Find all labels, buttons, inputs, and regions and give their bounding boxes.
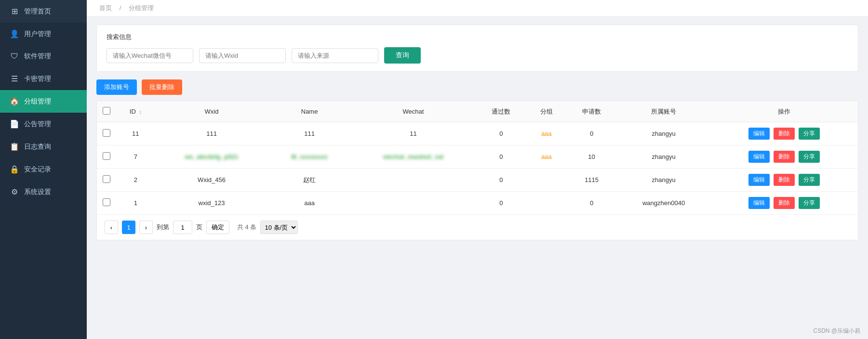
cell-name: 111 [268, 122, 350, 145]
next-page-button[interactable]: › [139, 221, 153, 234]
footer-watermark: CSDN @乐编小易 [813, 327, 860, 335]
row-checkbox-1[interactable] [103, 129, 110, 137]
search-box: 搜索信息 查询 [96, 25, 858, 72]
cell-ops: 编辑 删除 分享 [710, 169, 858, 192]
cell-ops: 编辑 删除 分享 [710, 145, 858, 169]
cell-wxid: Wxid_456 [155, 169, 268, 192]
cell-wxid: 111 [155, 122, 268, 145]
cell-account: zhangyu [617, 145, 710, 169]
table-row: 2 Wxid_456 赵红 0 1115 zhangyu 编辑 删除 分享 [97, 169, 858, 192]
cell-name: aaa [268, 192, 350, 215]
cell-pass-count: 0 [476, 192, 526, 215]
sidebar-item-dashboard[interactable]: ⊞ 管理首页 [0, 0, 87, 23]
security-icon: 🔒 [10, 165, 19, 174]
sidebar-label-security: 安全记录 [24, 165, 51, 174]
sidebar-item-announcements[interactable]: 📄 公告管理 [0, 113, 87, 135]
cell-name: 赵红 [268, 169, 350, 192]
cell-wxid-blurred: wx_abcdefg_p021 [155, 145, 268, 169]
sidebar-label-dashboard: 管理首页 [24, 7, 51, 16]
cell-apply-count: 10 [566, 145, 617, 169]
breadcrumb-home: 首页 [99, 4, 112, 12]
sidebar-item-security[interactable]: 🔒 安全记录 [0, 158, 87, 181]
cards-icon: ☰ [10, 74, 19, 83]
sidebar-item-logs[interactable]: 📋 日志查询 [0, 135, 87, 158]
breadcrumb-separator: / [120, 4, 121, 12]
cell-wechat [351, 169, 476, 192]
row-checkbox-3[interactable] [103, 175, 110, 183]
cell-id: 7 [116, 145, 155, 169]
groups-icon: 🏠 [10, 97, 19, 106]
select-all-checkbox[interactable] [103, 107, 110, 115]
row-checkbox-2[interactable] [103, 152, 110, 160]
cell-name-blurred: M_xxxxxxxx [268, 145, 350, 169]
cell-id: 2 [116, 169, 155, 192]
prev-page-button[interactable]: ‹ [105, 221, 118, 234]
delete-button-2[interactable]: 删除 [774, 151, 795, 163]
delete-button-4[interactable]: 删除 [774, 197, 795, 209]
breadcrumb-current: 分组管理 [129, 4, 154, 12]
cell-ops: 编辑 删除 分享 [710, 122, 858, 145]
col-group: 分组 [527, 101, 566, 122]
cell-wechat [351, 192, 476, 215]
delete-button-3[interactable]: 删除 [774, 174, 795, 186]
share-button-1[interactable]: 分享 [799, 128, 820, 140]
col-apply-count: 申请数 [566, 101, 617, 122]
cell-id: 11 [116, 122, 155, 145]
search-row: 查询 [107, 47, 848, 64]
share-button-3[interactable]: 分享 [799, 174, 820, 186]
query-button[interactable]: 查询 [384, 47, 421, 64]
edit-button-2[interactable]: 编辑 [748, 151, 770, 163]
sidebar-item-groups[interactable]: 🏠 分组管理 [0, 90, 87, 113]
col-id: ID ↕ [116, 101, 155, 122]
per-page-select[interactable]: 10 条/页 20 条/页 50 条/页 [260, 221, 298, 234]
page-number-input[interactable] [173, 221, 192, 234]
data-table-container: ID ↕ Wxid Name Wechat 通过数 分组 申请数 所属账号 操作 [96, 101, 858, 240]
batch-delete-button[interactable]: 批量删除 [142, 79, 182, 95]
sidebar-label-groups: 分组管理 [24, 97, 51, 106]
settings-icon: ⚙ [10, 187, 19, 196]
cell-group: aaa [527, 122, 566, 145]
cell-wechat: 11 [351, 122, 476, 145]
sidebar-item-users[interactable]: 👤 用户管理 [0, 23, 87, 45]
action-bar: 添加账号 批量删除 [96, 79, 858, 95]
edit-button-1[interactable]: 编辑 [748, 128, 770, 140]
dashboard-icon: ⊞ [10, 7, 19, 16]
col-pass-count: 通过数 [476, 101, 526, 122]
table-row: 11 111 111 11 0 aaa 0 zhangyu 编辑 删除 分享 [97, 122, 858, 145]
col-actions: 操作 [710, 101, 858, 122]
sidebar-label-logs: 日志查询 [24, 143, 51, 151]
search-title: 搜索信息 [107, 33, 848, 41]
main-area: 首页 / 分组管理 搜索信息 查询 添加账号 批量删除 [87, 0, 868, 339]
pagination-bar: ‹ 1 › 到第 页 确定 共 4 条 10 条/页 20 条/页 50 条/页 [97, 214, 858, 240]
sidebar-label-cards: 卡密管理 [24, 75, 51, 83]
cell-account: wangzhen0040 [617, 192, 710, 215]
sidebar-item-cards[interactable]: ☰ 卡密管理 [0, 67, 87, 90]
page-1-button[interactable]: 1 [122, 221, 135, 234]
delete-button-1[interactable]: 删除 [774, 128, 795, 140]
row-checkbox-4[interactable] [103, 198, 110, 206]
cell-apply-count: 1115 [566, 169, 617, 192]
edit-button-4[interactable]: 编辑 [748, 197, 770, 209]
add-account-button[interactable]: 添加账号 [96, 79, 137, 95]
cell-ops: 编辑 删除 分享 [710, 192, 858, 215]
sidebar-label-software: 软件管理 [24, 52, 51, 61]
sidebar-item-software[interactable]: 🛡 软件管理 [0, 45, 87, 67]
sidebar-item-settings[interactable]: ⚙ 系统设置 [0, 181, 87, 203]
wechat-input[interactable] [107, 48, 193, 63]
logs-icon: 📋 [10, 142, 19, 151]
edit-button-3[interactable]: 编辑 [748, 174, 770, 186]
share-button-4[interactable]: 分享 [799, 197, 820, 209]
source-input[interactable] [292, 48, 378, 63]
cell-pass-count: 0 [476, 122, 526, 145]
table-row: 1 wxid_123 aaa 0 0 wangzhen0040 编辑 删除 分享 [97, 192, 858, 215]
sidebar-label-users: 用户管理 [24, 30, 51, 39]
users-icon: 👤 [10, 29, 19, 39]
cell-group [527, 192, 566, 215]
share-button-2[interactable]: 分享 [799, 151, 820, 163]
cell-apply-count: 0 [566, 122, 617, 145]
wxid-input[interactable] [199, 48, 286, 63]
col-wxid: Wxid [155, 101, 268, 122]
page-confirm-button[interactable]: 确定 [206, 221, 229, 234]
table-header-row: ID ↕ Wxid Name Wechat 通过数 分组 申请数 所属账号 操作 [97, 101, 858, 122]
cell-pass-count: 0 [476, 145, 526, 169]
